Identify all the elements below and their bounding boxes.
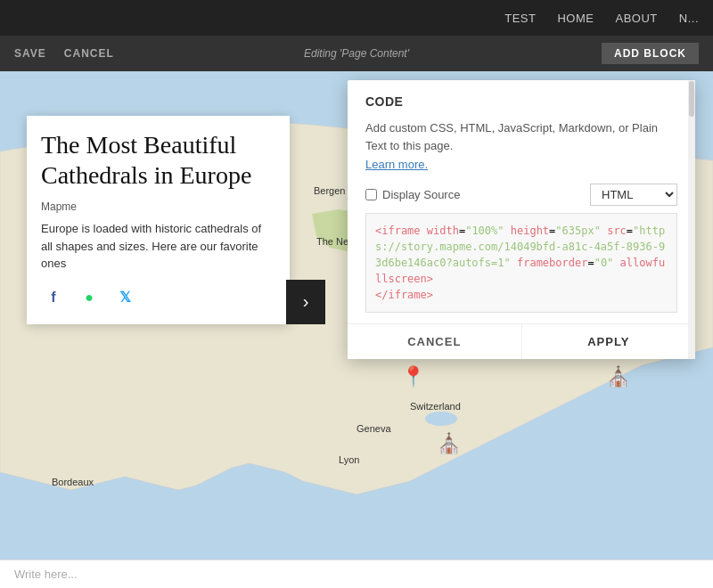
code-editor[interactable]: <iframe width="100%" height="635px" src=… xyxy=(365,213,677,313)
whatsapp-icon[interactable]: ● xyxy=(77,285,102,310)
editing-label: Editing 'Page Content' xyxy=(304,47,409,60)
modal-apply-button[interactable]: APPLY xyxy=(521,324,696,359)
code-line-1: <iframe width="100%" height="635px" src=… xyxy=(375,223,668,287)
code-options-row: Display Source HTML CSS Markdown Plain T… xyxy=(365,184,677,206)
modal-scrollbar[interactable] xyxy=(688,80,695,359)
display-source-label: Display Source xyxy=(365,188,460,201)
format-select[interactable]: HTML CSS Markdown Plain Text xyxy=(590,184,677,206)
learn-more-link[interactable]: Learn more. xyxy=(365,158,677,171)
scrollbar-thumb xyxy=(689,81,694,117)
modal-cancel-button[interactable]: CANCEL xyxy=(348,324,521,359)
svg-point-1 xyxy=(425,412,457,426)
nav-test[interactable]: TEST xyxy=(504,12,536,25)
code-modal-title: CODE xyxy=(348,80,695,116)
card-description: Europe is loaded with historic cathedral… xyxy=(41,220,275,273)
map-label-lyon: Lyon xyxy=(339,454,359,465)
add-block-button[interactable]: ADD BLOCK xyxy=(602,43,699,64)
main-content: The Netherlands Switzerland Geneva Lyon … xyxy=(0,71,713,588)
map-pin-2: ⛪ xyxy=(606,365,630,388)
display-source-checkbox[interactable] xyxy=(365,189,377,200)
card-title: The Most Beautiful Cathedrals in Europe xyxy=(41,130,275,190)
cancel-button[interactable]: CANCEL xyxy=(64,47,114,60)
code-description: Add custom CSS, HTML, JavaScript, Markdo… xyxy=(365,119,677,154)
save-button[interactable]: SAVE xyxy=(14,47,46,60)
top-nav: TEST HOME ABOUT N... xyxy=(0,0,713,36)
code-modal-footer: CANCEL APPLY xyxy=(348,323,695,359)
facebook-icon[interactable]: f xyxy=(41,285,66,310)
nav-home[interactable]: HOME xyxy=(557,12,594,25)
map-pin-1: 📍 xyxy=(401,365,425,388)
map-label-geneva: Geneva xyxy=(356,423,391,434)
code-modal-body: Add custom CSS, HTML, JavaScript, Markdo… xyxy=(348,116,695,323)
code-modal: CODE Add custom CSS, HTML, JavaScript, M… xyxy=(348,80,695,359)
nav-about[interactable]: ABOUT xyxy=(615,12,657,25)
map-label-switzerland: Switzerland xyxy=(410,401,461,412)
write-here-placeholder[interactable]: Write here... xyxy=(14,568,78,581)
write-area: Write here... xyxy=(0,559,713,588)
nav-more[interactable]: N... xyxy=(679,12,699,25)
next-arrow-button[interactable]: › xyxy=(286,280,325,324)
map-label-bordeaux: Bordeaux xyxy=(52,477,94,487)
map-label-bergen: Bergen xyxy=(314,185,345,196)
edit-toolbar: SAVE CANCEL Editing 'Page Content' ADD B… xyxy=(0,36,713,71)
twitter-icon[interactable]: 𝕏 xyxy=(112,285,137,310)
code-line-2: </iframe> xyxy=(375,287,668,303)
card-source: Mapme xyxy=(41,200,275,213)
map-pin-3: ⛪ xyxy=(437,432,461,455)
social-icons: f ● 𝕏 xyxy=(41,285,275,310)
map-card: The Most Beautiful Cathedrals in Europe … xyxy=(27,116,290,324)
